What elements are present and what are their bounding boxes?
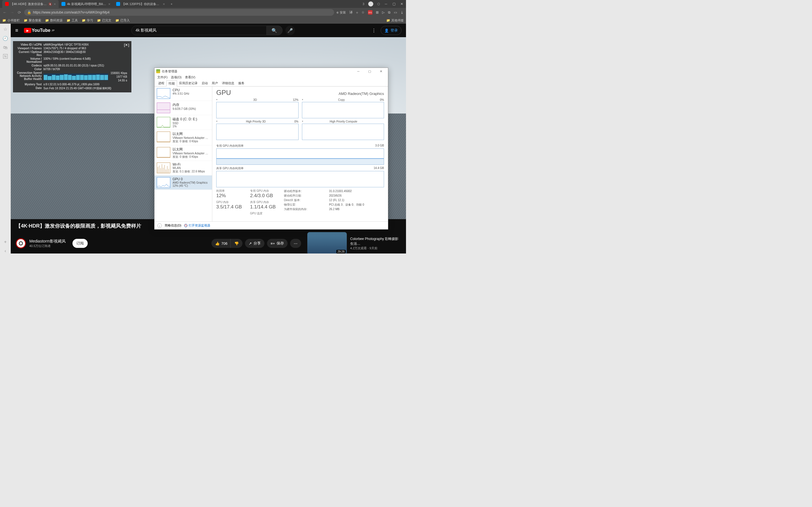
brief-info-button[interactable]: 简略信息(D) xyxy=(165,223,181,228)
url-input[interactable]: 🔒 https://www.youtube.com/watch?v=sAWK0m… xyxy=(24,9,334,16)
dislike-button[interactable]: 👎 xyxy=(231,239,243,248)
collapse-icon[interactable]: ‹ xyxy=(4,248,6,253)
shared-mem-graph[interactable] xyxy=(216,171,384,187)
close-button[interactable]: ✕ xyxy=(375,68,386,74)
apps-icon[interactable]: ⊞ xyxy=(376,10,378,14)
bookmark-folder[interactable]: 📁数码资源 xyxy=(45,18,63,22)
close-icon[interactable]: × xyxy=(108,2,110,6)
perf-sidebar-item[interactable]: CPU 4% 3.51 GHz xyxy=(154,87,212,101)
perf-sidebar-item[interactable]: 以太网 VMware Network Adapter … 发送: 0 接收: 0… xyxy=(154,130,212,145)
collapse-icon[interactable]: ⌄ xyxy=(157,223,162,228)
item-name: GPU 0 xyxy=(172,177,210,181)
dedicated-mem-graph[interactable] xyxy=(216,149,384,165)
menu-file[interactable]: 文件(F) xyxy=(156,75,168,80)
link-icon: 🚫 xyxy=(184,224,188,227)
tab-count[interactable]: 3 xyxy=(363,2,364,6)
back-button[interactable]: ← xyxy=(2,10,7,15)
reader-icon[interactable]: ⟐ xyxy=(356,10,358,14)
crop-icon[interactable]: ⧉ xyxy=(388,10,391,14)
login-button[interactable]: 👤 登录 xyxy=(380,26,402,35)
subscribe-button[interactable]: 订阅 xyxy=(72,239,88,248)
perf-sidebar-item[interactable]: 以太网 VMware Network Adapter … 发送: 0 接收: 0… xyxy=(154,145,212,161)
tab-users[interactable]: 用户 xyxy=(210,80,220,86)
close-icon[interactable]: × xyxy=(54,2,56,6)
search-button[interactable]: 🔍 xyxy=(267,25,283,35)
downloads-icon[interactable]: 🛍 xyxy=(3,45,8,50)
forward-button[interactable]: → xyxy=(10,10,15,15)
other-bookmarks[interactable]: 📁其他书签 xyxy=(386,18,404,22)
gpu-graph-3d[interactable] xyxy=(216,102,299,118)
youtube-icon xyxy=(5,2,9,6)
browser-tab-1[interactable]: 4k 影视飓风-哔哩哔哩_Bilibili × xyxy=(59,0,113,8)
mute-icon[interactable]: 🔇 xyxy=(49,3,52,6)
tab-startup[interactable]: 启动 xyxy=(200,80,210,86)
install-button[interactable]: ⊕ 安装 xyxy=(336,10,346,15)
more-button[interactable]: ⋯ xyxy=(290,239,301,248)
perf-sidebar-item[interactable]: Wi-Fi WLAN 发送: 0.1 接收: 22.6 Mbps xyxy=(154,161,212,175)
play-icon[interactable]: ▷ xyxy=(382,10,385,14)
bookmark-folder[interactable]: 📁学习 xyxy=(82,18,93,22)
adblock-icon[interactable]: 221 xyxy=(368,10,372,15)
minimize-button[interactable]: ─ xyxy=(384,2,388,6)
maximize-button[interactable]: ▢ xyxy=(364,68,375,74)
new-tab-button[interactable]: + xyxy=(168,0,175,8)
minimize-button[interactable]: ─ xyxy=(353,68,364,74)
perf-sidebar-item[interactable]: 内存 9.6/28.7 GB (33%) xyxy=(154,101,212,115)
share-button[interactable]: ↗分享 xyxy=(245,239,264,248)
menu-view[interactable]: 查看(V) xyxy=(184,75,197,80)
bookmark-folder[interactable]: 📁聚合搜索 xyxy=(24,18,41,22)
gpu-graph-copy[interactable] xyxy=(302,102,384,118)
open-resource-monitor-link[interactable]: 🚫 打开资源监视器 xyxy=(184,223,210,228)
search-input[interactable]: 4k 影视飓风 xyxy=(132,25,267,35)
tab-details[interactable]: 详细信息 xyxy=(220,80,236,86)
item-value: VMware Network Adapter … xyxy=(172,152,210,155)
tab-processes[interactable]: 进程 xyxy=(156,80,166,86)
folder-icon: 📁 xyxy=(2,18,6,22)
close-icon[interactable]: × xyxy=(163,2,165,6)
bookmark-folder[interactable]: 📁工具 xyxy=(66,18,78,22)
browser-tab-0[interactable]: 【4K·HDR】激发你设备的… 🔇 × xyxy=(2,0,59,8)
directx-version: 12 (FL 12.1) xyxy=(329,198,374,203)
bookmark-folder[interactable]: 📁小书签栏 xyxy=(2,18,20,22)
tab-performance[interactable]: 性能 xyxy=(166,80,177,87)
related-video-title[interactable]: Colorbee Photography 彩蜂摄影生活… xyxy=(350,237,401,246)
perf-sidebar-item[interactable]: 磁盘 0 (C: D: E:) SSD 1% xyxy=(154,115,212,130)
more-icon[interactable]: ⋮ xyxy=(371,28,376,33)
sparkline xyxy=(157,88,170,99)
notes-icon[interactable]: N xyxy=(3,54,8,59)
add-icon[interactable]: + xyxy=(4,239,6,244)
close-stats-button[interactable]: [✕] xyxy=(124,43,129,47)
like-button[interactable]: 👍706 xyxy=(211,239,231,248)
url-text: https://www.youtube.com/watch?v=sAWK0mgr… xyxy=(33,10,109,14)
channel-avatar[interactable] xyxy=(16,238,26,248)
maximize-button[interactable]: ▢ xyxy=(392,2,396,6)
menu-options[interactable]: 选项(O) xyxy=(170,75,183,80)
reload-button[interactable]: ⟳ xyxy=(17,10,22,15)
perf-sidebar-item[interactable]: GPU 0 AMD Radeon(TM) Graphics 12% (45 °C… xyxy=(154,175,212,190)
favorites-icon[interactable]: ☆ xyxy=(3,26,7,32)
window-titlebar[interactable]: 任务管理器 ─ ▢ ✕ xyxy=(154,68,388,75)
browser-tab-2[interactable]: 【4K 120FPS】你的设备预… × xyxy=(113,0,168,8)
voice-search-button[interactable]: 🎤 xyxy=(285,25,295,35)
gpu-graph-high-priority-3d[interactable] xyxy=(216,124,299,140)
sidebar-icon[interactable]: ▭ xyxy=(394,10,397,14)
channel-name[interactable]: Mediastorm影视飓风 xyxy=(29,239,66,244)
bookmark-folder[interactable]: 📁已导入 xyxy=(115,18,130,22)
tab-services[interactable]: 服务 xyxy=(236,80,246,86)
translate-icon[interactable]: 译 xyxy=(349,10,353,15)
history-icon[interactable]: 🕘 xyxy=(3,36,8,41)
bookmark-folder[interactable]: 📁已完文 xyxy=(97,18,111,22)
youtube-logo[interactable]: ▶ YouTube JP xyxy=(24,28,55,33)
related-video-thumb[interactable]: 29:28 xyxy=(307,232,347,253)
gpu-utilization: 12% xyxy=(216,193,247,199)
gpu-graph-high-priority-compute[interactable] xyxy=(302,124,384,140)
bookmark-icon[interactable]: ☆ xyxy=(361,10,364,14)
save-button[interactable]: ≡+保存 xyxy=(267,239,288,248)
menu-icon[interactable]: ≡ xyxy=(15,27,18,34)
profile-icon[interactable] xyxy=(368,1,373,6)
folder-icon: 📁 xyxy=(82,18,86,22)
download-icon[interactable]: ⭳ xyxy=(400,10,404,14)
tab-apphistory[interactable]: 应用历史记录 xyxy=(177,80,200,86)
shield-icon[interactable]: ⬡ xyxy=(377,2,380,6)
close-button[interactable]: ✕ xyxy=(400,2,404,6)
